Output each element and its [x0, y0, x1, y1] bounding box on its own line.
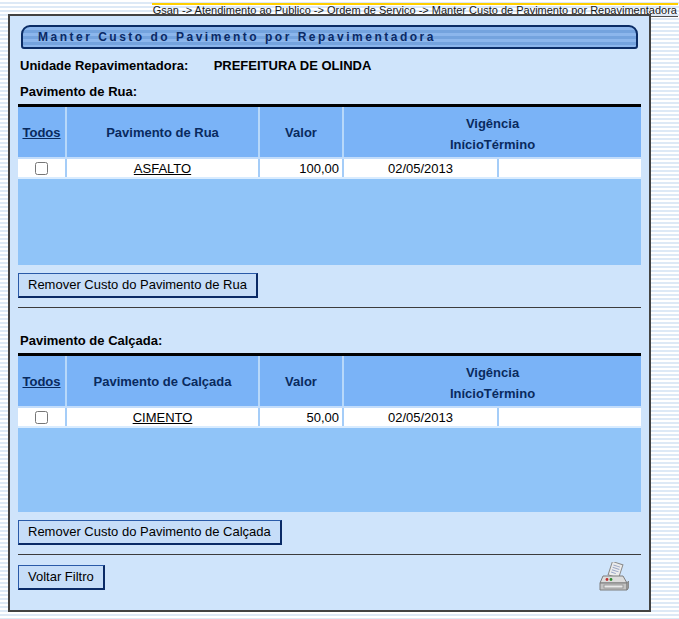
unit-row: Unidade Repavimentadora: PREFEITURA DE O… [18, 58, 641, 73]
street-table-empty-area [18, 179, 641, 265]
street-col-start: Início [450, 131, 484, 157]
sidewalk-row-end [499, 408, 641, 426]
street-col-name: Pavimento de Rua [67, 107, 260, 157]
sidewalk-row-checkbox[interactable] [35, 411, 48, 424]
sidewalk-table: Todos Pavimento de Calçada Valor Vigênci… [18, 353, 641, 512]
divider [18, 307, 641, 308]
street-row-name-link[interactable]: ASFALTO [134, 161, 191, 176]
remove-street-cost-button[interactable]: Remover Custo do Pavimento de Rua [18, 273, 258, 298]
sidewalk-col-start: Início [450, 380, 484, 406]
street-table-header: Todos Pavimento de Rua Valor Vigência In… [18, 107, 641, 159]
sidewalk-table-header: Todos Pavimento de Calçada Valor Vigênci… [18, 356, 641, 408]
street-row-value: 100,00 [260, 159, 344, 177]
street-row-end [499, 159, 641, 177]
street-col-value: Valor [260, 107, 344, 157]
sidewalk-row-name-link[interactable]: CIMENTO [133, 410, 193, 425]
unit-label: Unidade Repavimentadora: [20, 58, 210, 73]
street-col-end: Término [484, 131, 535, 157]
sidewalk-select-all-link[interactable]: Todos [22, 374, 60, 389]
printer-icon[interactable] [599, 562, 629, 599]
sidewalk-section-label: Pavimento de Calçada: [18, 333, 641, 348]
street-table: Todos Pavimento de Rua Valor Vigência In… [18, 104, 641, 265]
street-col-validity-title: Vigência [466, 107, 519, 131]
sidewalk-row-value: 50,00 [260, 408, 344, 426]
breadcrumb: Gsan -> Atendimento ao Publico -> Ordem … [0, 0, 679, 14]
sidewalk-col-name: Pavimento de Calçada [67, 356, 260, 406]
street-section-label: Pavimento de Rua: [18, 84, 641, 99]
sidewalk-col-validity: Vigência Início Término [344, 356, 641, 406]
page-title: Manter Custo do Pavimento por Repaviment… [21, 25, 638, 49]
table-row: CIMENTO 50,00 02/05/2013 [18, 408, 641, 428]
sidewalk-row-start: 02/05/2013 [344, 408, 499, 426]
sidewalk-col-value: Valor [260, 356, 344, 406]
street-select-all-link[interactable]: Todos [22, 125, 60, 140]
back-to-filter-button[interactable]: Voltar Filtro [18, 565, 105, 590]
street-row-start: 02/05/2013 [344, 159, 499, 177]
sidewalk-table-empty-area [18, 428, 641, 512]
street-row-checkbox[interactable] [35, 162, 48, 175]
main-panel: Manter Custo do Pavimento por Repaviment… [8, 14, 651, 612]
sidewalk-col-end: Término [484, 380, 535, 406]
unit-value: PREFEITURA DE OLINDA [214, 58, 372, 73]
table-row: ASFALTO 100,00 02/05/2013 [18, 159, 641, 179]
footer-row: Voltar Filtro [18, 557, 641, 599]
remove-sidewalk-cost-button[interactable]: Remover Custo do Pavimento de Calçada [18, 520, 282, 545]
sidewalk-col-validity-title: Vigência [466, 356, 519, 380]
divider [18, 554, 641, 555]
street-col-validity: Vigência Início Término [344, 107, 641, 157]
